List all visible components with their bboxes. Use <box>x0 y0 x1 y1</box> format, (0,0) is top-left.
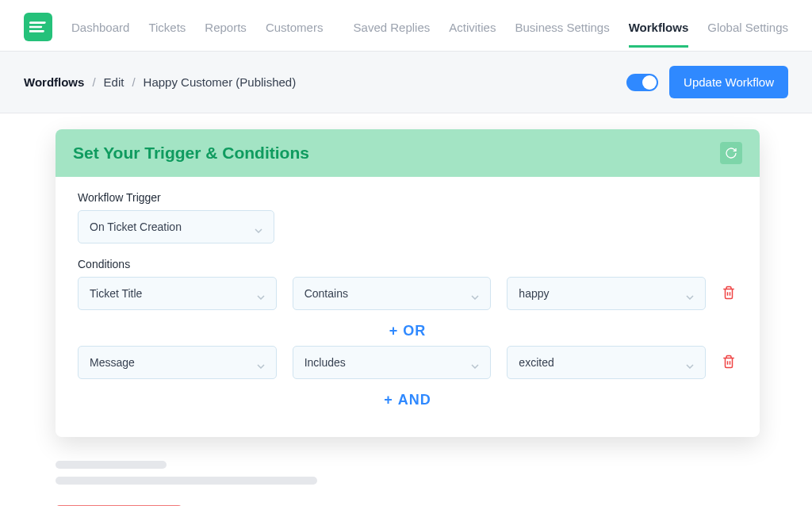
breadcrumb-edit[interactable]: Edit <box>104 75 124 89</box>
refresh-icon <box>725 147 737 159</box>
chevron-down-icon <box>471 289 479 297</box>
workflow-enabled-toggle[interactable] <box>626 74 658 91</box>
app-logo[interactable] <box>24 13 52 41</box>
condition-field-dropdown[interactable]: Message <box>78 346 277 379</box>
card-header: Set Your Trigger & Conditions <box>56 129 760 177</box>
nav-saved-replies[interactable]: Saved Replies <box>354 21 431 34</box>
condition-field-value: Message <box>90 356 135 369</box>
nav-global-settings[interactable]: Global Settings <box>707 21 788 34</box>
conditions-label: Conditions <box>78 258 737 270</box>
condition-operator-dropdown[interactable]: Includes <box>293 346 492 379</box>
breadcrumb-leaf: Happy Customer (Published) <box>144 75 297 89</box>
condition-field-dropdown[interactable]: Ticket Title <box>78 277 277 310</box>
top-nav: Dashboard Tickets Reports Customers Save… <box>0 0 812 52</box>
card-body: Workflow Trigger On Ticket Creation Cond… <box>56 177 760 437</box>
trigger-value: On Ticket Creation <box>90 220 182 233</box>
card-title: Set Your Trigger & Conditions <box>73 144 309 163</box>
trigger-label: Workflow Trigger <box>78 191 737 204</box>
condition-value-dropdown[interactable]: excited <box>507 346 706 379</box>
breadcrumb-sep: / <box>132 75 135 89</box>
chevron-down-icon <box>471 358 479 366</box>
trash-icon <box>722 354 736 370</box>
nav-workflows[interactable]: Workflows <box>629 21 689 34</box>
condition-value-text: happy <box>519 287 549 300</box>
breadcrumb-root[interactable]: Wordflows <box>24 75 84 89</box>
chevron-down-icon <box>686 289 694 297</box>
chevron-down-icon <box>255 223 262 231</box>
skeleton-placeholder <box>56 477 317 485</box>
condition-operator-value: Includes <box>304 356 346 369</box>
subheader: Wordflows / Edit / Happy Customer (Publi… <box>0 52 812 113</box>
condition-value-dropdown[interactable]: happy <box>507 277 706 310</box>
condition-operator-dropdown[interactable]: Contains <box>293 277 492 310</box>
trigger-conditions-card: Set Your Trigger & Conditions Workflow T… <box>56 129 760 437</box>
nav-business-settings[interactable]: Business Settings <box>515 21 609 34</box>
nav-customers[interactable]: Customers <box>266 21 324 34</box>
nav-dashboard[interactable]: Dashboard <box>71 21 129 34</box>
subheader-actions: Update Workflow <box>626 66 788 98</box>
nav-right: Saved Replies Activities Business Settin… <box>354 21 788 34</box>
condition-row: Message Includes excited <box>78 346 737 379</box>
nav-activities[interactable]: Activities <box>449 21 496 34</box>
condition-field-value: Ticket Title <box>90 287 142 300</box>
update-workflow-button[interactable]: Update Workflow <box>669 66 788 98</box>
nav-tickets[interactable]: Tickets <box>148 21 186 34</box>
condition-value-text: excited <box>519 356 553 369</box>
chevron-down-icon <box>257 289 265 297</box>
logo-icon <box>29 20 47 34</box>
breadcrumb-sep: / <box>92 75 95 89</box>
delete-condition-button[interactable] <box>722 285 737 302</box>
trash-icon <box>722 285 736 301</box>
chevron-down-icon <box>686 358 694 366</box>
trigger-dropdown[interactable]: On Ticket Creation <box>78 210 274 243</box>
condition-row: Ticket Title Contains happy <box>78 277 737 310</box>
nav-reports[interactable]: Reports <box>205 21 247 34</box>
chevron-down-icon <box>257 358 265 366</box>
nav-left: Dashboard Tickets Reports Customers <box>24 13 323 41</box>
toggle-knob <box>642 75 657 90</box>
add-or-condition[interactable]: +OR <box>78 316 737 346</box>
breadcrumb: Wordflows / Edit / Happy Customer (Publi… <box>24 75 296 89</box>
skeleton-placeholder <box>56 461 167 469</box>
add-and-condition[interactable]: +AND <box>78 385 737 415</box>
delete-condition-button[interactable] <box>722 354 737 371</box>
content-area: Set Your Trigger & Conditions Workflow T… <box>0 113 812 506</box>
refresh-button[interactable] <box>720 142 742 164</box>
condition-operator-value: Contains <box>304 287 348 300</box>
